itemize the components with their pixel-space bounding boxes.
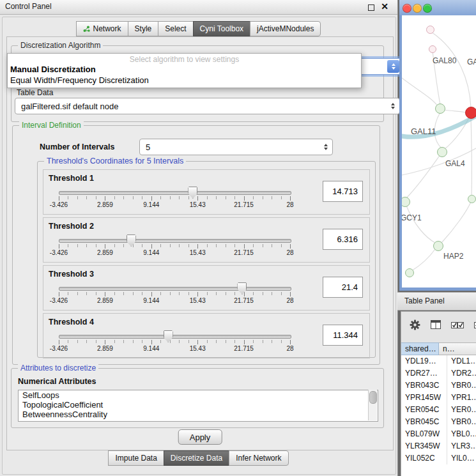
apply-button[interactable]: Apply	[178, 429, 222, 445]
table-cell[interactable]: YDL19…	[401, 355, 447, 367]
settings-gear-icon[interactable]	[410, 319, 420, 330]
slider-track[interactable]	[59, 287, 291, 291]
network-node-label: GA…	[467, 58, 476, 66]
list-item[interactable]: BetweennessCentrality	[19, 410, 378, 419]
major-tick	[105, 340, 105, 344]
threshold-slider[interactable]: -3.426 2.859 9.144	[59, 233, 290, 260]
network-window: GAL80GA…GAL11GAL4GCY1HAP2	[399, 0, 476, 291]
threshold-value-field[interactable]: 21.4	[323, 277, 363, 298]
popup-item[interactable]: Equal Width/Frequency Discretization	[8, 75, 361, 86]
network-node-label: HAP2	[443, 252, 463, 261]
major-tick	[290, 196, 291, 201]
table-cell[interactable]: YIL052C	[401, 452, 447, 464]
threshold-slider[interactable]: -3.426 2.859 9.144	[59, 185, 290, 212]
traffic-light-close-icon[interactable]	[403, 4, 411, 13]
table-row[interactable]: YBR043C YBR0…	[401, 380, 476, 392]
table-cell[interactable]: YBR0…	[447, 416, 476, 428]
combo-stepper-icon[interactable]	[387, 60, 399, 73]
table-row[interactable]: YER054C YER0…	[401, 404, 476, 416]
list-item[interactable]: TopologicalCoefficient	[19, 400, 378, 410]
combo-stepper-icon[interactable]	[391, 98, 395, 114]
tab-infer-network[interactable]: Infer Network	[229, 450, 288, 466]
tab-impute-data[interactable]: Impute Data	[108, 450, 164, 466]
threshold-value-field[interactable]: 6.316	[323, 229, 363, 250]
table-cell[interactable]: YLR345W	[401, 440, 447, 452]
table-data-combobox[interactable]: galFiltered.sif default node	[15, 98, 400, 114]
table-cell[interactable]: YBL079W	[401, 428, 447, 440]
list-item[interactable]: SelfLoops	[19, 390, 378, 400]
table-row[interactable]: YDL19… YDL1…	[401, 355, 476, 367]
scale-label: 9.144	[143, 297, 159, 304]
slider-track[interactable]	[59, 191, 291, 195]
table-row[interactable]: YLR345W YLR3…	[401, 440, 476, 452]
close-icon[interactable]: ✕	[381, 1, 388, 12]
columns-icon[interactable]	[431, 320, 441, 329]
table-cell[interactable]: YBR043C	[401, 380, 447, 392]
table-row[interactable]: YBL079W YBL0…	[401, 428, 476, 440]
control-panel-window: Control Panel ✕ Network	[0, 0, 398, 476]
traffic-light-minimize-icon[interactable]	[413, 4, 422, 13]
table-cell[interactable]: YPR1…	[447, 392, 476, 404]
table-row[interactable]: YBR045C YBR0…	[401, 416, 476, 428]
table-cell[interactable]: YBR0…	[447, 380, 476, 392]
table-cell[interactable]: YDR27…	[401, 367, 447, 380]
tab-label: Cyni Toolbox	[200, 24, 243, 33]
table-cell[interactable]: YPR145W	[401, 392, 447, 404]
table-cell[interactable]: YDR2…	[447, 367, 476, 380]
combo-stepper-icon[interactable]	[324, 139, 328, 155]
table-cell[interactable]: YIL0…	[447, 452, 476, 464]
table-cell[interactable]: YBR045C	[401, 416, 447, 428]
threshold-panel: Threshold 1	[43, 169, 370, 215]
table-cell[interactable]: YER0…	[447, 404, 476, 416]
scale-label: 15.43	[190, 297, 206, 304]
number-of-intervals-combobox[interactable]: 5	[139, 139, 333, 155]
select-all-icon[interactable]	[451, 321, 464, 329]
attributes-listbox[interactable]: SelfLoopsTopologicalCoefficientBetweenne…	[18, 390, 378, 422]
float-window-icon[interactable]	[368, 4, 374, 11]
table-data-value: galFiltered.sif default node	[21, 102, 118, 111]
table-cell[interactable]: YDL1…	[447, 355, 476, 367]
tab-style[interactable]: Style	[128, 21, 159, 36]
tab-cyni-toolbox[interactable]: Cyni Toolbox	[193, 21, 250, 36]
major-tick	[151, 340, 152, 344]
major-tick	[290, 340, 291, 344]
tab-network[interactable]: Network	[76, 21, 128, 36]
scrollbar-thumb[interactable]	[369, 391, 377, 404]
major-tick	[105, 292, 105, 296]
table-row[interactable]: YPR145W YPR1…	[401, 392, 476, 404]
popup-header: Select algorithm to view settings	[8, 54, 361, 64]
interval-definition-group: Interval Definition Number of Intervals …	[12, 125, 380, 365]
major-tick	[290, 292, 291, 296]
table-panel-header[interactable]: Table Panel	[397, 292, 476, 311]
table-row[interactable]: YDR27… YDR2…	[401, 367, 476, 380]
traffic-light-zoom-icon[interactable]	[423, 4, 432, 13]
major-tick	[105, 244, 105, 249]
scale-label: 15.43	[190, 345, 206, 352]
algorithm-group-title: Discretization Algorithm	[18, 41, 103, 50]
table-row[interactable]: YIL052C YIL0…	[401, 452, 476, 464]
table-cell[interactable]: YER054C	[401, 404, 447, 416]
slider-track[interactable]	[59, 335, 291, 339]
network-canvas[interactable]: GAL80GA…GAL11GAL4GCY1HAP2	[402, 15, 476, 288]
threshold-label: Threshold 1	[49, 174, 94, 183]
threshold-slider[interactable]: -3.426 2.859 9.144	[59, 281, 290, 308]
threshold-value-field[interactable]: 11.344	[323, 325, 363, 346]
slider-track[interactable]	[59, 239, 291, 243]
tab-select[interactable]: Select	[158, 21, 193, 36]
major-tick	[59, 196, 59, 201]
threshold-value-field[interactable]: 14.713	[323, 181, 363, 202]
tab-jactivemnodules[interactable]: jActiveMNodules	[250, 21, 321, 36]
network-titlebar[interactable]	[399, 0, 476, 15]
scale-label: 28	[286, 249, 293, 256]
tab-discretize-data[interactable]: Discretize Data	[164, 450, 229, 466]
scrollbar[interactable]	[368, 390, 377, 420]
major-tick	[151, 292, 152, 296]
major-tick	[151, 196, 152, 201]
threshold-slider[interactable]: -3.426 2.859 9.144	[59, 329, 290, 356]
table-cell[interactable]: YLR3…	[447, 440, 476, 452]
table-cell[interactable]: YBL0…	[447, 428, 476, 440]
popup-item[interactable]: Manual Discretization	[8, 64, 361, 75]
column-header[interactable]: shared…	[401, 342, 439, 355]
column-header[interactable]: n…	[439, 342, 476, 355]
slider-scale: -3.426 2.859 9.144	[59, 340, 290, 354]
